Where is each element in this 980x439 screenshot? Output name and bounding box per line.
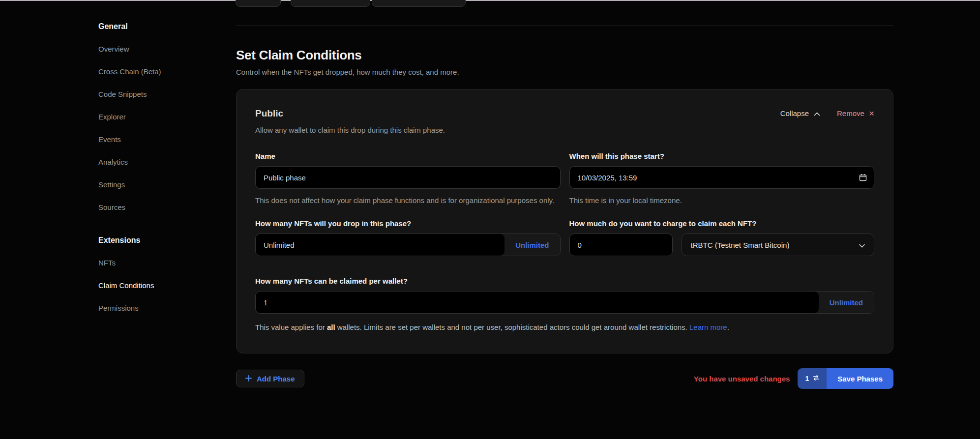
- chevron-down-icon: [859, 241, 865, 249]
- supply-input[interactable]: [256, 234, 505, 256]
- price-field-group: How much do you want to charge to claim …: [569, 219, 875, 256]
- footnote-text: This value applies for: [255, 323, 327, 331]
- collapse-button[interactable]: Collapse: [780, 109, 820, 117]
- sidebar-item-explorer[interactable]: Explorer: [98, 113, 211, 121]
- start-time-field-group: When will this phase start? This time is…: [569, 152, 875, 206]
- phases-footer: Add Phase You have unsaved changes 1 Sav…: [236, 368, 893, 389]
- supply-field-group: How many NFTs will you drop in this phas…: [255, 219, 561, 256]
- per-wallet-label: How many NFTs can be claimed per wallet?: [255, 277, 874, 285]
- pending-count: 1: [805, 375, 809, 382]
- start-time-label: When will this phase start?: [569, 152, 875, 160]
- phase-title: Public: [255, 108, 445, 119]
- sidebar-item-events[interactable]: Events: [98, 135, 211, 144]
- collapse-label: Collapse: [780, 109, 809, 117]
- footnote-text: .: [727, 323, 729, 331]
- price-label: How much do you want to charge to claim …: [569, 219, 875, 228]
- per-wallet-input[interactable]: [256, 292, 819, 313]
- sidebar-section-general: General Overview Cross Chain (Beta) Code…: [98, 22, 211, 212]
- unsaved-changes-text: You have unsaved changes: [694, 375, 790, 383]
- claim-conditions-main: Set Claim Conditions Control when the NF…: [236, 0, 893, 389]
- plus-icon: [245, 375, 252, 383]
- sidebar-section-extensions: Extensions NFTs Claim Conditions Permiss…: [98, 235, 211, 313]
- sidebar-section-title: General: [98, 22, 211, 31]
- claim-phase-card: Public Allow any wallet to claim this dr…: [236, 89, 893, 353]
- sidebar-item-permissions[interactable]: Permissions: [98, 304, 211, 313]
- per-wallet-unlimited-button[interactable]: Unlimited: [819, 292, 874, 313]
- start-time-helper: This time is in your local timezone.: [569, 195, 875, 206]
- supply-unlimited-button[interactable]: Unlimited: [505, 234, 560, 256]
- name-field-group: Name This does not affect how your claim…: [255, 152, 561, 206]
- remove-phase-button[interactable]: Remove ×: [837, 109, 874, 117]
- learn-more-link[interactable]: Learn more: [689, 323, 727, 331]
- page-subtitle: Control when the NFTs get dropped, how m…: [236, 68, 893, 76]
- contract-sidebar: General Overview Cross Chain (Beta) Code…: [98, 22, 211, 326]
- sidebar-item-settings[interactable]: Settings: [98, 180, 211, 189]
- sidebar-item-claim-conditions[interactable]: Claim Conditions: [98, 281, 211, 290]
- start-time-input[interactable]: [569, 166, 875, 189]
- sidebar-item-cross-chain[interactable]: Cross Chain (Beta): [98, 67, 211, 76]
- sidebar-item-analytics[interactable]: Analytics: [98, 158, 211, 167]
- phase-name-input[interactable]: [255, 166, 561, 189]
- supply-label: How many NFTs will you drop in this phas…: [255, 219, 561, 228]
- sidebar-section-title: Extensions: [98, 235, 211, 245]
- footnote-text: wallets. Limits are set per wallets and …: [335, 323, 689, 331]
- close-icon: ×: [869, 110, 874, 117]
- swap-arrows-icon: [813, 375, 819, 382]
- remove-label: Remove: [837, 109, 864, 117]
- currency-selected-value: tRBTC (Testnet Smart Bitcoin): [691, 241, 790, 249]
- footnote-bold: all: [327, 323, 335, 331]
- save-phases-split-button: 1 Save Phases: [798, 368, 893, 389]
- save-phases-button[interactable]: Save Phases: [827, 368, 893, 389]
- section-divider: [236, 26, 893, 26]
- pending-changes-badge[interactable]: 1: [798, 368, 827, 389]
- currency-select[interactable]: tRBTC (Testnet Smart Bitcoin): [682, 234, 875, 256]
- sidebar-item-overview[interactable]: Overview: [98, 45, 211, 54]
- chevron-up-icon: [814, 109, 820, 117]
- page-title: Set Claim Conditions: [236, 48, 893, 63]
- sidebar-item-code-snippets[interactable]: Code Snippets: [98, 90, 211, 99]
- name-field-label: Name: [255, 152, 561, 160]
- sidebar-item-nfts[interactable]: NFTs: [98, 259, 211, 267]
- sidebar-item-sources[interactable]: Sources: [98, 203, 211, 212]
- per-wallet-field-group: How many NFTs can be claimed per wallet?…: [255, 277, 874, 333]
- add-phase-label: Add Phase: [257, 375, 295, 383]
- price-input[interactable]: [569, 234, 673, 256]
- name-field-helper: This does not affect how your claim phas…: [255, 195, 561, 206]
- add-phase-button[interactable]: Add Phase: [236, 370, 304, 387]
- per-wallet-footnote: This value applies for all wallets. Limi…: [255, 322, 860, 333]
- save-phases-label: Save Phases: [837, 375, 883, 383]
- phase-description: Allow any wallet to claim this drop duri…: [255, 126, 445, 134]
